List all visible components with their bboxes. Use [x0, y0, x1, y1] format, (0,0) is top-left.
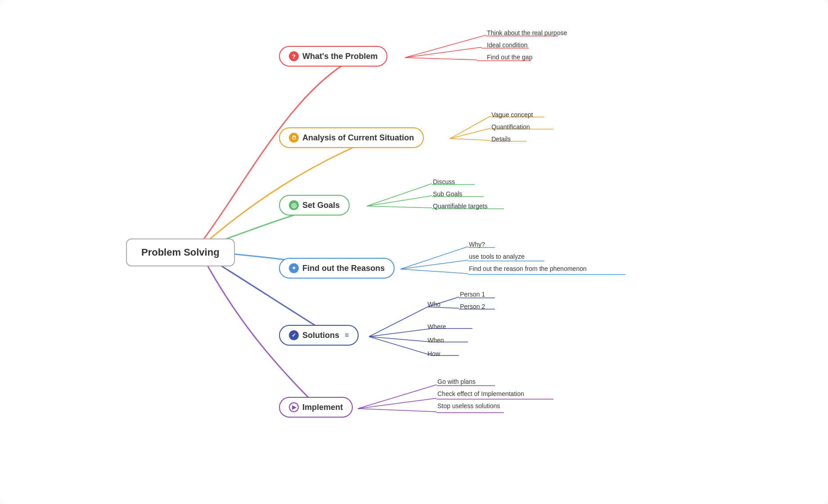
leaf-phenomenon: Find out the reason from the phenomenon	[469, 265, 587, 272]
leaf-vague: Vague concept	[491, 111, 533, 118]
svg-line-2	[405, 58, 477, 60]
analysis-label: Analysis of Current Situation	[302, 133, 414, 143]
leaf-person1: Person 1	[460, 291, 485, 298]
leaf-quantifiable: Quantifiable targets	[433, 202, 487, 210]
svg-line-24	[369, 307, 428, 337]
goals-label: Set Goals	[302, 201, 340, 210]
leaf-how: How	[428, 350, 440, 357]
problem-node[interactable]: ? What's the Problem	[279, 46, 387, 67]
svg-line-8	[450, 139, 490, 140]
leaf-discuss: Discuss	[433, 178, 455, 185]
leaf-stop-useless: Stop useless solutions	[437, 402, 500, 410]
reasons-node[interactable]: ✦ Find out the Reasons	[279, 258, 395, 279]
svg-line-14	[367, 206, 432, 208]
leaf-check-effect: Check effect of Implementation	[437, 390, 524, 397]
svg-line-13	[367, 196, 432, 206]
problem-icon: ?	[289, 51, 299, 61]
svg-line-0	[405, 35, 486, 58]
leaf-ideal-condition: Ideal condition	[487, 41, 527, 49]
svg-line-35	[358, 385, 436, 409]
goals-node[interactable]: ◎ Set Goals	[279, 195, 350, 216]
goals-icon: ◎	[289, 200, 299, 210]
leaf-quantification: Quantification	[491, 123, 530, 130]
solutions-node[interactable]: ✓ Solutions ≡	[279, 325, 359, 346]
leaf-who: Who	[428, 301, 441, 308]
svg-line-33	[369, 337, 432, 356]
implement-label: Implement	[302, 403, 343, 412]
analysis-icon: ⏱	[289, 133, 299, 143]
svg-line-20	[400, 269, 468, 274]
svg-line-12	[367, 184, 432, 206]
svg-line-29	[369, 328, 432, 337]
root-label: Problem Solving	[141, 247, 220, 258]
svg-line-18	[400, 247, 468, 269]
leaf-find-gap: Find out the gap	[487, 54, 532, 61]
leaf-details: Details	[491, 135, 511, 143]
implement-icon: ▶	[289, 402, 299, 412]
solutions-lines-icon: ≡	[345, 331, 349, 339]
leaf-where: Where	[428, 323, 446, 330]
reasons-icon: ✦	[289, 263, 299, 273]
leaf-subgoals: Sub Goals	[433, 190, 462, 198]
svg-line-7	[450, 128, 490, 139]
svg-line-37	[358, 409, 436, 412]
solutions-icon: ✓	[289, 330, 299, 340]
leaf-go-plans: Go with plans	[437, 378, 476, 385]
root-node[interactable]: Problem Solving	[126, 238, 235, 266]
connection-lines	[0, 0, 828, 504]
svg-line-31	[369, 337, 432, 342]
svg-line-1	[405, 47, 482, 58]
leaf-think-purpose: Think about the real purpose	[487, 29, 567, 36]
analysis-node[interactable]: ⏱ Analysis of Current Situation	[279, 127, 424, 148]
leaf-when: When	[428, 337, 444, 344]
svg-line-19	[400, 260, 468, 269]
svg-line-36	[358, 398, 436, 409]
implement-node[interactable]: ▶ Implement	[279, 397, 353, 418]
solutions-label: Solutions	[302, 331, 339, 340]
leaf-person2: Person 2	[460, 303, 485, 310]
mindmap-canvas: Problem Solving ? What's the Problem Thi…	[0, 0, 828, 504]
problem-label: What's the Problem	[302, 52, 378, 61]
svg-line-6	[450, 116, 490, 139]
leaf-why: Why?	[469, 241, 485, 248]
reasons-label: Find out the Reasons	[302, 264, 385, 273]
leaf-tools: use tools to analyze	[469, 253, 525, 260]
